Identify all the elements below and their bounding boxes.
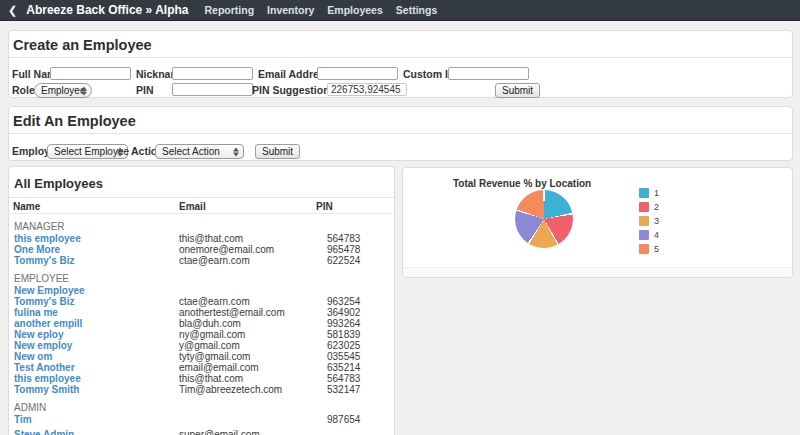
employee-name-link[interactable]: fulina me xyxy=(14,307,58,318)
employee-pin: 564783 xyxy=(327,373,360,384)
role-select-value: Employee xyxy=(41,85,85,96)
employee-row: another empillbla@duh.com993264 xyxy=(9,318,394,329)
employee-pin: 364902 xyxy=(327,307,360,318)
employee-pin: 963254 xyxy=(327,296,360,307)
employee-name-link[interactable]: New Employee xyxy=(14,285,85,296)
employee-pin: 564783 xyxy=(327,233,360,244)
custom-id-input[interactable] xyxy=(448,67,529,80)
chart-panel-footer xyxy=(403,267,792,277)
employee-email: super@email.com xyxy=(179,429,260,435)
role-label: Role xyxy=(12,83,35,97)
chart-title: Total Revenue % by Location xyxy=(453,178,591,189)
column-header-name: Name xyxy=(13,201,40,212)
pin-label: PIN xyxy=(136,83,154,97)
employee-group: EMPLOYEENew EmployeeTommy's Bizctae@earn… xyxy=(9,273,394,395)
navbar-links: Reporting Inventory Employees Settings xyxy=(205,4,438,16)
employee-name-link[interactable]: New eploy xyxy=(14,329,63,340)
nav-link-settings[interactable]: Settings xyxy=(396,4,437,16)
nav-link-inventory[interactable]: Inventory xyxy=(267,4,314,16)
nav-link-reporting[interactable]: Reporting xyxy=(205,4,255,16)
employee-row: One Moreonemore@email.com965478 xyxy=(9,244,394,255)
action-select[interactable]: Select Action xyxy=(155,144,244,159)
pin-suggestions-label: PIN Suggestions xyxy=(252,83,335,97)
employee-row: fulina meanothertest@email.com364902 xyxy=(9,307,394,318)
employee-name-link[interactable]: Tommy Smith xyxy=(14,384,79,395)
legend-item[interactable]: 3 xyxy=(639,216,659,226)
employee-row: this employeethis@that.com564783 xyxy=(9,233,394,244)
legend-label: 1 xyxy=(654,188,659,198)
create-employee-panel: Create an Employee Full Name Nickname Em… xyxy=(8,30,793,98)
employee-row: Steve Adminsuper@email.com xyxy=(9,429,394,435)
legend-swatch-icon xyxy=(639,188,649,198)
legend-item[interactable]: 2 xyxy=(639,202,659,212)
edit-employee-panel: Edit An Employee Employee Select Employe… xyxy=(8,106,793,161)
employee-row: New Employee xyxy=(9,285,394,296)
nav-link-employees[interactable]: Employees xyxy=(327,4,382,16)
edit-submit-button[interactable]: Submit xyxy=(255,144,300,159)
select-arrows-icon xyxy=(117,147,123,156)
top-navbar: ❮ Abreeze Back Office » Alpha Reporting … xyxy=(0,0,800,21)
legend-item[interactable]: 5 xyxy=(639,244,659,254)
employee-pin: 965478 xyxy=(327,244,360,255)
column-header-pin: PIN xyxy=(316,201,333,212)
employee-pin: 635214 xyxy=(327,362,360,373)
employee-group-header: MANAGER xyxy=(9,221,394,233)
employee-row: New omtyty@gmail.com035545 xyxy=(9,351,394,362)
employee-select[interactable]: Select Employee xyxy=(47,144,128,159)
revenue-pie-chart[interactable] xyxy=(515,190,573,248)
column-header-email: Email xyxy=(179,201,206,212)
legend-item[interactable]: 4 xyxy=(639,230,659,240)
employee-row: Tommy's Bizctae@earn.com622524 xyxy=(9,255,394,266)
employee-pin: 623025 xyxy=(327,340,360,351)
employee-email: ny@gmail.com xyxy=(179,329,245,340)
all-employees-panel: All Employees Name Email PIN MANAGERthis… xyxy=(8,166,395,435)
screen: ❮ Abreeze Back Office » Alpha Reporting … xyxy=(0,0,800,435)
employee-email: anothertest@email.com xyxy=(179,307,285,318)
navbar-title[interactable]: Abreeze Back Office » Alpha xyxy=(26,3,188,17)
employee-pin: 035545 xyxy=(327,351,360,362)
email-address-input[interactable] xyxy=(317,67,398,80)
back-chevron-icon[interactable]: ❮ xyxy=(8,0,17,21)
pin-suggestions-input[interactable] xyxy=(327,83,407,96)
employees-table-body: MANAGERthis employeethis@that.com564783O… xyxy=(9,221,394,435)
employee-name-link[interactable]: Tommy's Biz xyxy=(14,255,75,266)
employee-row: Tim987654 xyxy=(9,414,394,425)
employee-name-link[interactable]: another empill xyxy=(14,318,82,329)
legend-item[interactable]: 1 xyxy=(639,188,659,198)
employee-pin: 622524 xyxy=(327,255,360,266)
legend-label: 3 xyxy=(654,216,659,226)
employee-email: email@email.com xyxy=(179,362,259,373)
employee-name-link[interactable]: this employee xyxy=(14,373,81,384)
select-arrows-icon xyxy=(81,86,87,95)
employee-email: this@that.com xyxy=(179,373,243,384)
employee-name-link[interactable]: Test Another xyxy=(14,362,75,373)
employee-name-link[interactable]: New om xyxy=(14,351,52,362)
employee-name-link[interactable]: One More xyxy=(14,244,60,255)
employee-group: ADMINTim987654Steve Adminsuper@email.com xyxy=(9,402,394,435)
legend-swatch-icon xyxy=(639,216,649,226)
employee-pin: 993264 xyxy=(327,318,360,329)
pin-input[interactable] xyxy=(172,83,253,96)
select-arrows-icon xyxy=(233,147,239,156)
employee-name-link[interactable]: New employ xyxy=(14,340,72,351)
employee-email: tyty@gmail.com xyxy=(179,351,250,362)
employee-group-header: ADMIN xyxy=(9,402,394,414)
legend-label: 5 xyxy=(654,244,659,254)
employee-name-link[interactable]: Tommy's Biz xyxy=(14,296,75,307)
action-select-value: Select Action xyxy=(162,146,220,157)
nickname-input[interactable] xyxy=(172,67,253,80)
create-panel-title: Create an Employee xyxy=(9,31,792,58)
create-submit-button[interactable]: Submit xyxy=(495,83,540,98)
employee-pin: 581839 xyxy=(327,329,360,340)
legend-label: 2 xyxy=(654,202,659,212)
employee-name-link[interactable]: Tim xyxy=(14,414,32,425)
employee-name-link[interactable]: Steve Admin xyxy=(14,429,74,435)
role-select[interactable]: Employee xyxy=(34,83,92,98)
employee-row: New eployny@gmail.com581839 xyxy=(9,329,394,340)
legend-swatch-icon xyxy=(639,244,649,254)
full-name-input[interactable] xyxy=(50,67,131,80)
employee-email: this@that.com xyxy=(179,233,243,244)
employee-group: MANAGERthis employeethis@that.com564783O… xyxy=(9,221,394,266)
employee-name-link[interactable]: this employee xyxy=(14,233,81,244)
employee-email: onemore@email.com xyxy=(179,244,274,255)
